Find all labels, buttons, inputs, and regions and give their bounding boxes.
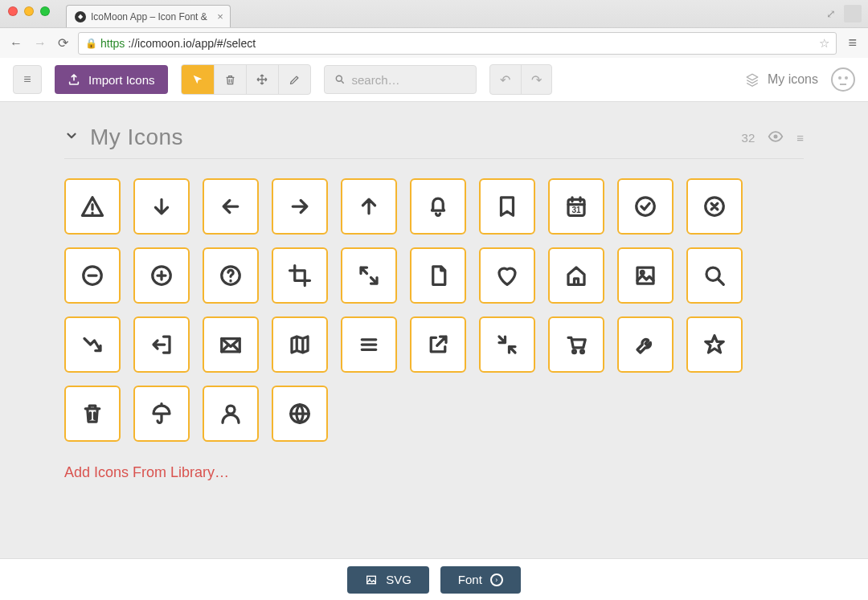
history-group: ↶ ↷ xyxy=(489,64,552,95)
svg-label: SVG xyxy=(386,573,411,586)
close-window-icon[interactable] xyxy=(8,6,18,16)
icon-calendar[interactable]: 31 xyxy=(548,178,604,235)
url-field[interactable]: 🔒 https://icomoon.io/app/#/select ☆ xyxy=(78,32,837,55)
icon-search[interactable] xyxy=(686,247,743,304)
select-tool[interactable] xyxy=(182,65,214,94)
icon-wrench[interactable] xyxy=(617,316,674,373)
icon-plus-circle[interactable] xyxy=(133,247,190,304)
icon-check-circle[interactable] xyxy=(617,178,674,235)
icon-image[interactable] xyxy=(617,247,674,304)
font-label: Font xyxy=(458,573,482,586)
svg-text:31: 31 xyxy=(571,206,581,214)
section-title: My Icons xyxy=(90,124,183,150)
icon-exit[interactable] xyxy=(133,316,190,373)
icon-minus-circle[interactable] xyxy=(64,247,121,304)
svg-rect-9 xyxy=(637,267,653,284)
icon-count: 32 xyxy=(742,131,755,145)
import-label: Import Icons xyxy=(88,73,155,87)
my-icons-link[interactable]: My icons xyxy=(745,72,818,87)
face-neutral-icon[interactable] xyxy=(831,67,855,92)
undo-button[interactable]: ↶ xyxy=(490,65,521,94)
icon-expand[interactable] xyxy=(341,247,397,304)
icon-star[interactable] xyxy=(686,316,743,373)
generate-font-button[interactable]: Font › xyxy=(440,566,521,594)
chrome-menu-icon[interactable]: ≡ xyxy=(845,35,860,51)
icon-trash[interactable] xyxy=(64,386,121,442)
icon-trend-down[interactable] xyxy=(64,316,121,373)
svg-point-1 xyxy=(774,134,778,138)
fullscreen-icon[interactable]: ⤢ xyxy=(826,7,836,20)
bottom-action-bar: SVG Font › xyxy=(0,558,868,600)
redo-button[interactable]: ↷ xyxy=(521,65,551,94)
icon-set-section: My Icons 32 ≡ 31 xyxy=(0,102,868,481)
import-icons-button[interactable]: Import Icons xyxy=(55,65,168,94)
icon-arrow-left[interactable] xyxy=(203,178,259,235)
icon-globe[interactable] xyxy=(272,386,328,442)
add-from-library-link[interactable]: Add Icons From Library… xyxy=(64,464,804,481)
icon-collapse[interactable] xyxy=(479,316,535,373)
profile-avatar[interactable] xyxy=(844,5,862,22)
chevron-down-icon[interactable] xyxy=(64,129,79,147)
icon-heart[interactable] xyxy=(479,247,535,304)
icon-arrow-down[interactable] xyxy=(133,178,190,235)
move-tool[interactable] xyxy=(246,65,278,94)
lock-icon: 🔒 xyxy=(85,38,97,49)
browser-tab[interactable]: ◆ IcoMoon App – Icon Font & × xyxy=(66,5,231,27)
icon-user[interactable] xyxy=(203,386,259,442)
main-menu-button[interactable]: ≡ xyxy=(13,65,42,94)
generate-svg-button[interactable]: SVG xyxy=(347,566,429,594)
icon-umbrella[interactable] xyxy=(133,386,190,442)
icon-arrow-right[interactable] xyxy=(272,178,328,235)
my-icons-label: My icons xyxy=(768,72,818,87)
icon-close-circle[interactable] xyxy=(686,178,743,235)
minimize-window-icon[interactable] xyxy=(24,6,34,16)
svg-point-13 xyxy=(573,350,576,353)
image-icon xyxy=(365,573,378,586)
icon-bookmark[interactable] xyxy=(479,178,535,235)
svg-point-0 xyxy=(336,76,342,81)
chevron-right-circle-icon: › xyxy=(490,573,503,586)
list-menu-icon[interactable]: ≡ xyxy=(796,131,804,145)
svg-point-14 xyxy=(581,350,584,353)
svg-point-15 xyxy=(227,406,235,414)
edit-tool[interactable] xyxy=(278,65,310,94)
delete-tool[interactable] xyxy=(214,65,246,94)
tab-close-icon[interactable]: × xyxy=(217,10,223,22)
svg-point-10 xyxy=(641,271,644,274)
icon-arrow-up[interactable] xyxy=(341,178,397,235)
icon-cart[interactable] xyxy=(548,316,604,373)
icon-bell[interactable] xyxy=(410,178,466,235)
back-button[interactable]: ← xyxy=(8,36,24,51)
icon-document[interactable] xyxy=(410,247,466,304)
eye-icon[interactable] xyxy=(768,129,784,147)
zoom-window-icon[interactable] xyxy=(40,6,50,16)
address-bar: ← → ⟳ 🔒 https://icomoon.io/app/#/select … xyxy=(0,27,868,58)
favicon-icon: ◆ xyxy=(75,11,86,22)
icon-home[interactable] xyxy=(548,247,604,304)
search-input[interactable]: search… xyxy=(324,65,477,94)
search-icon xyxy=(334,74,346,85)
icon-question-circle[interactable] xyxy=(203,247,259,304)
svg-point-11 xyxy=(706,267,719,280)
icon-mail[interactable] xyxy=(203,316,259,373)
reload-button[interactable]: ⟳ xyxy=(56,35,70,51)
window-controls[interactable] xyxy=(0,0,58,16)
tab-title: IcoMoon App – Icon Font & xyxy=(91,11,207,22)
svg-rect-17 xyxy=(367,576,376,583)
search-placeholder: search… xyxy=(352,73,400,87)
app-toolbar: ≡ Import Icons search… ↶ ↷ My icons xyxy=(0,58,868,102)
url-scheme: https xyxy=(100,37,125,50)
upload-icon xyxy=(68,73,80,86)
tool-mode-group xyxy=(181,64,311,95)
forward-button[interactable]: → xyxy=(32,36,48,51)
icon-map[interactable] xyxy=(272,316,328,373)
bookmark-star-icon[interactable]: ☆ xyxy=(819,36,829,51)
icon-grid: 31 xyxy=(64,159,804,458)
icon-menu[interactable] xyxy=(341,316,397,373)
url-path: ://icomoon.io/app/#/select xyxy=(128,37,256,50)
icon-crop[interactable] xyxy=(272,247,328,304)
tab-bar: ◆ IcoMoon App – Icon Font & × ⤢ xyxy=(0,0,868,27)
icon-alert[interactable] xyxy=(64,178,121,235)
section-header: My Icons 32 ≡ xyxy=(64,124,804,159)
icon-external-link[interactable] xyxy=(410,316,466,373)
